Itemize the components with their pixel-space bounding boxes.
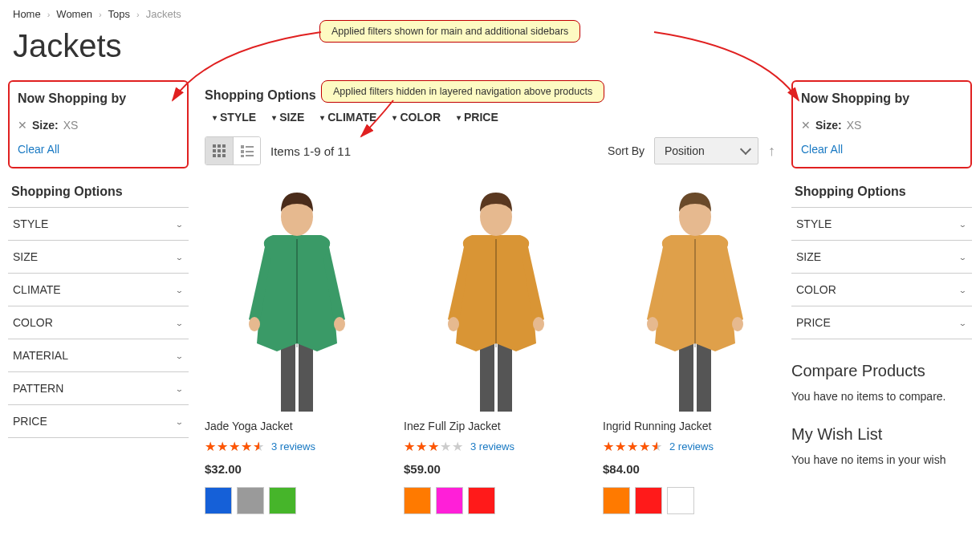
hfilter-label: CLIMATE — [327, 111, 376, 124]
svg-rect-14 — [246, 155, 254, 156]
filter-label: Size: — [815, 119, 842, 132]
color-swatch[interactable] — [667, 487, 694, 514]
chevron-down-icon: ⌄ — [958, 319, 967, 327]
applied-filter-size: ✕ Size: XS — [18, 119, 179, 132]
color-swatch[interactable] — [635, 487, 662, 514]
color-swatch[interactable] — [237, 487, 264, 514]
hfilter-price[interactable]: ▾PRICE — [457, 111, 498, 124]
chevron-down-icon: ⌄ — [958, 286, 967, 294]
filter-label: SIZE — [796, 250, 821, 263]
breadcrumb-home[interactable]: Home — [13, 8, 41, 20]
hfilter-label: COLOR — [400, 111, 441, 124]
product-name[interactable]: Ingrid Running Jacket — [603, 420, 787, 432]
product-price: $32.00 — [205, 462, 389, 476]
filter-label: PRICE — [796, 316, 831, 329]
now-shopping-left: Now Shopping by ✕ Size: XS Clear All — [8, 80, 189, 168]
now-shopping-title: Now Shopping by — [801, 91, 962, 106]
hfilter-style[interactable]: ▾STYLE — [213, 111, 256, 124]
reviews-link[interactable]: 3 reviews — [470, 440, 514, 452]
filter-option-price[interactable]: PRICE⌄ — [8, 405, 189, 438]
breadcrumb-tops[interactable]: Tops — [108, 8, 130, 20]
caret-down-icon: ▾ — [457, 113, 461, 122]
caret-down-icon: ▾ — [320, 113, 324, 122]
filter-option-style[interactable]: STYLE⌄ — [8, 208, 189, 241]
breadcrumb-jackets: Jackets — [146, 8, 181, 20]
breadcrumbs: Home›Women›Tops›Jackets — [0, 0, 980, 20]
sort-direction-button[interactable]: ↑ — [768, 143, 775, 160]
filter-label: PATTERN — [13, 382, 63, 395]
filter-option-color[interactable]: COLOR⌄ — [791, 274, 972, 306]
hfilter-color[interactable]: ▾COLOR — [392, 111, 441, 124]
breadcrumb-women[interactable]: Women — [56, 8, 92, 20]
color-swatch[interactable] — [603, 487, 630, 514]
product-name[interactable]: Jade Yoga Jacket — [205, 420, 389, 432]
compare-title: Compare Products — [791, 362, 972, 380]
hfilter-size[interactable]: ▾SIZE — [272, 111, 304, 124]
left-sidebar: Now Shopping by ✕ Size: XS Clear All Sho… — [8, 80, 189, 514]
rating-row: ★★★★★★★★★★2 reviews — [603, 439, 787, 454]
filter-option-style[interactable]: STYLE⌄ — [791, 208, 972, 241]
color-swatch[interactable] — [468, 487, 495, 514]
svg-rect-4 — [218, 149, 221, 152]
close-icon[interactable]: ✕ — [801, 119, 811, 132]
color-swatch[interactable] — [269, 487, 296, 514]
color-swatch[interactable] — [205, 487, 232, 514]
product-price: $84.00 — [603, 462, 787, 476]
filter-option-color[interactable]: COLOR⌄ — [8, 306, 189, 339]
filter-option-pattern[interactable]: PATTERN⌄ — [8, 372, 189, 405]
filter-label: CLIMATE — [13, 283, 61, 296]
close-icon[interactable]: ✕ — [18, 119, 27, 132]
reviews-link[interactable]: 3 reviews — [271, 440, 315, 452]
list-view-button[interactable] — [233, 137, 260, 164]
star-rating: ★★★★★★★★★★ — [205, 439, 265, 454]
star-rating: ★★★★★★★★★★ — [404, 439, 464, 454]
hfilter-label: SIZE — [279, 111, 304, 124]
item-count: Items 1-9 of 11 — [270, 144, 351, 158]
product-card: Ingrid Running Jacket★★★★★★★★★★2 reviews… — [603, 183, 787, 514]
clear-all-link[interactable]: Clear All — [801, 143, 962, 156]
right-options-list: STYLE⌄SIZE⌄COLOR⌄PRICE⌄ — [791, 207, 972, 339]
filter-option-size[interactable]: SIZE⌄ — [8, 241, 189, 274]
right-sidebar: Now Shopping by ✕ Size: XS Clear All Sho… — [791, 80, 972, 514]
sort-by-label: Sort By — [608, 144, 645, 157]
svg-rect-11 — [241, 150, 244, 153]
chevron-down-icon: ⌄ — [175, 319, 184, 327]
product-card: Jade Yoga Jacket★★★★★★★★★★3 reviews$32.0… — [205, 183, 389, 514]
toolbar: Items 1-9 of 11 Sort By Position ↑ — [205, 136, 775, 165]
view-toggle — [205, 136, 261, 165]
hfilter-climate[interactable]: ▾CLIMATE — [320, 111, 376, 124]
applied-filter-size: ✕ Size: XS — [801, 119, 962, 132]
svg-rect-8 — [222, 154, 226, 157]
chevron-down-icon: ⌄ — [175, 384, 184, 393]
svg-point-19 — [249, 317, 260, 331]
reviews-link[interactable]: 2 reviews — [669, 440, 714, 452]
color-swatch[interactable] — [436, 487, 463, 514]
color-swatch[interactable] — [404, 487, 431, 514]
compare-empty: You have no items to compare. — [791, 390, 972, 403]
rating-row: ★★★★★★★★★★3 reviews — [205, 439, 389, 454]
wishlist-title: My Wish List — [791, 425, 972, 444]
now-shopping-right: Now Shopping by ✕ Size: XS Clear All — [791, 80, 972, 168]
clear-all-link[interactable]: Clear All — [18, 143, 179, 156]
color-swatches — [205, 487, 389, 514]
sort-value: Position — [665, 144, 705, 157]
sort-select[interactable]: Position — [654, 137, 758, 164]
svg-point-26 — [533, 317, 544, 331]
product-name[interactable]: Inez Full Zip Jacket — [404, 420, 588, 432]
grid-view-button[interactable] — [205, 137, 233, 164]
filter-option-size[interactable]: SIZE⌄ — [791, 241, 972, 274]
filter-option-price[interactable]: PRICE⌄ — [791, 306, 972, 339]
product-image[interactable] — [205, 183, 389, 412]
product-image[interactable] — [603, 183, 787, 412]
caret-down-icon: ▾ — [272, 113, 276, 122]
filter-label: SIZE — [13, 250, 38, 263]
color-swatches — [404, 487, 588, 514]
filter-option-material[interactable]: MATERIAL⌄ — [8, 339, 189, 372]
filter-option-climate[interactable]: CLIMATE⌄ — [8, 274, 189, 306]
chevron-right-icon: › — [47, 10, 51, 19]
product-image[interactable] — [404, 183, 588, 412]
chevron-down-icon: ⌄ — [958, 253, 967, 262]
filter-label: STYLE — [13, 217, 48, 230]
svg-rect-3 — [213, 149, 216, 152]
hfilter-label: STYLE — [220, 111, 256, 124]
